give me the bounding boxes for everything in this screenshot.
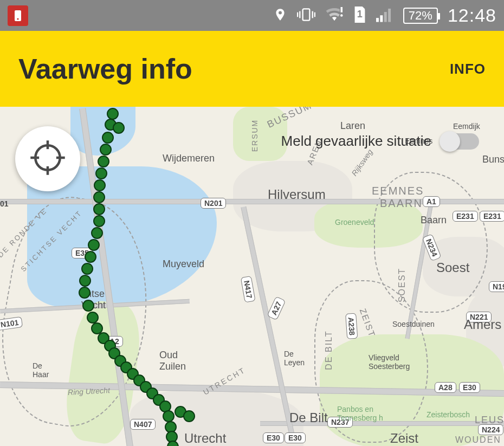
road-label: A238 (345, 313, 358, 340)
svg-rect-12 (384, 12, 387, 22)
signal-icon (376, 7, 393, 24)
map-marker[interactable] (79, 275, 91, 287)
region-label: EEMNES (372, 185, 424, 197)
road-label: N417 (241, 276, 256, 303)
city-label: Soest (436, 260, 469, 275)
clock: 12:48 (448, 5, 496, 26)
map-marker[interactable] (91, 227, 103, 239)
road-label: A28 (435, 382, 456, 393)
road-label: E30 (263, 432, 284, 443)
crosshair-icon (29, 139, 66, 178)
city-label: Panbos en Tennesberg h (337, 405, 383, 422)
region-label: SOEST (397, 268, 407, 302)
report-danger-toggle[interactable] (441, 133, 479, 150)
locate-button[interactable] (15, 126, 80, 191)
city-label: Vliegveld Soesterberg (369, 353, 410, 371)
city-label: Utrecht (184, 431, 226, 446)
road-label: N407 (130, 419, 156, 430)
road-label: E231 (480, 211, 504, 222)
city-label: Buns (482, 154, 504, 165)
region-label: WOUDEN (455, 435, 501, 445)
road-text: Rijksweg (350, 147, 374, 177)
report-danger-label: Meld gevaarlijke situatie (281, 133, 431, 150)
city-label: Muyeveld (163, 258, 204, 270)
sim-icon: 1 (353, 7, 366, 25)
city-label: Amers (464, 317, 501, 332)
app-bar: Vaarweg info INFO (0, 31, 504, 107)
map-marker[interactable] (82, 300, 94, 312)
map-marker[interactable] (102, 132, 114, 144)
city-label: Zeisterbosch (427, 410, 470, 419)
map-marker[interactable] (87, 312, 99, 324)
battery-text: 72% (409, 9, 432, 23)
city-label: Hilversum (268, 187, 326, 202)
map-marker[interactable] (183, 410, 195, 422)
city-label: Laren (340, 120, 365, 132)
svg-rect-11 (380, 15, 383, 22)
statusbar: 1 72% 12:48 (0, 0, 504, 31)
city-label: Baarn (421, 215, 447, 226)
svg-point-9 (340, 14, 343, 16)
road-label: N224 (478, 424, 503, 435)
map-marker[interactable] (81, 263, 93, 275)
city-label: Zeist (390, 431, 418, 446)
map-marker[interactable] (88, 239, 100, 251)
map-marker[interactable] (95, 167, 107, 179)
city-label: De Haar (33, 361, 49, 379)
road-label: A1 (423, 196, 440, 207)
map-marker[interactable] (107, 108, 119, 120)
city-label: Groeneveld (335, 218, 374, 227)
notification-icon (8, 5, 28, 26)
app-title: Vaarweg info (18, 53, 192, 85)
map-marker[interactable] (93, 191, 105, 203)
road-label: E231 (453, 211, 478, 222)
road-label: I01 (0, 199, 11, 209)
region-label: DE BILT (324, 330, 334, 370)
svg-rect-13 (388, 8, 391, 22)
report-danger-row: Meld gevaarlijke situatie (281, 133, 479, 150)
region-label: ERSUM (250, 119, 259, 152)
map[interactable]: N201 A1 E231 E231 E35 A2 N234 N221 A27 A… (0, 107, 504, 446)
svg-rect-10 (376, 18, 379, 22)
map-marker[interactable] (85, 251, 96, 263)
vibrate-icon (297, 7, 315, 25)
road-label: E30 (459, 382, 480, 393)
map-marker[interactable] (93, 215, 105, 227)
city-label: Eemdijk (453, 122, 480, 131)
region-label: LEUS (475, 415, 504, 426)
map-marker[interactable] (79, 287, 91, 299)
map-marker[interactable] (163, 410, 175, 422)
map-marker[interactable] (98, 156, 109, 167)
battery-icon: 72% (403, 8, 438, 24)
road-label: N199 (489, 281, 504, 292)
city-label: De Bilt (289, 410, 328, 425)
wifi-icon (325, 7, 344, 24)
road-label: E30 (285, 432, 306, 443)
map-marker[interactable] (100, 144, 112, 156)
location-icon (273, 8, 287, 24)
city-label: Wijdemeren (163, 153, 215, 164)
map-marker[interactable] (113, 122, 125, 134)
city-label: Soestduinen (392, 320, 435, 328)
info-button[interactable]: INFO (450, 61, 486, 77)
map-marker[interactable] (93, 203, 105, 215)
svg-point-1 (17, 18, 18, 20)
svg-rect-2 (302, 9, 309, 20)
map-marker[interactable] (94, 179, 106, 191)
road-label: A27 (267, 296, 286, 320)
region-label: BAARN (380, 197, 423, 210)
city-label: De Leyen (284, 350, 305, 367)
road-label: N201 (201, 198, 226, 209)
city-label: Oud Zuilen (159, 350, 186, 372)
